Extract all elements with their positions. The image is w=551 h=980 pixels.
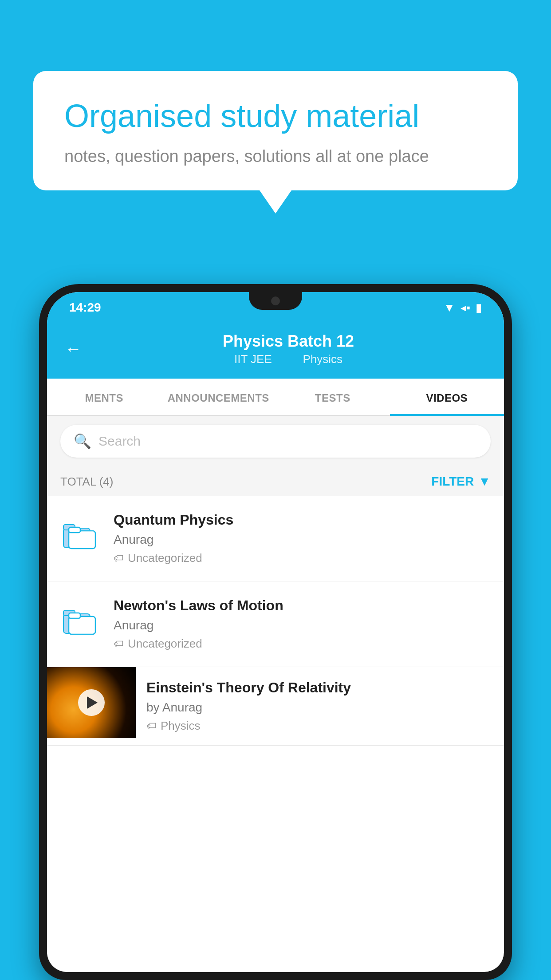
search-container: 🔍 Search	[47, 416, 504, 466]
nav-subtitle: IIT JEE Physics	[91, 352, 486, 366]
tag-label: Uncategorized	[128, 637, 202, 651]
signal-icon: ◂▪	[460, 301, 470, 315]
tag-icon: 🏷	[114, 553, 123, 564]
nav-subtitle-part1: IIT JEE	[234, 352, 272, 366]
nav-title: Physics Batch 12	[91, 332, 486, 351]
tag-icon: 🏷	[114, 638, 123, 650]
play-button[interactable]	[78, 689, 105, 716]
tab-announcements[interactable]: ANNOUNCEMENTS	[161, 379, 276, 415]
tab-tests[interactable]: TESTS	[276, 379, 390, 415]
video-author: Anurag	[114, 533, 491, 547]
status-icons: ▼ ◂▪ ▮	[444, 301, 482, 315]
video-tag: 🏷 Physics	[146, 719, 493, 733]
notch-camera	[271, 296, 280, 305]
filter-label: FILTER	[431, 474, 474, 489]
video-info: Einstein's Theory Of Relativity by Anura…	[136, 667, 504, 745]
video-author: Anurag	[114, 618, 491, 632]
bubble-title: Organised study material	[64, 98, 487, 134]
tag-icon: 🏷	[146, 720, 156, 732]
tag-label: Physics	[161, 719, 201, 733]
tab-videos[interactable]: VIDEOS	[390, 379, 504, 415]
tabs: MENTS ANNOUNCEMENTS TESTS VIDEOS	[47, 379, 504, 416]
nav-subtitle-part2: Physics	[303, 352, 342, 366]
svg-rect-6	[69, 616, 95, 634]
tag-label: Uncategorized	[128, 551, 202, 565]
phone-frame: 14:29 ▼ ◂▪ ▮ ← Physics Batch 12 IIT JEE …	[39, 284, 512, 980]
folder-icon	[60, 514, 100, 554]
svg-rect-3	[69, 527, 80, 533]
video-title: Quantum Physics	[114, 512, 491, 528]
video-title: Newton's Laws of Motion	[114, 597, 491, 614]
search-icon: 🔍	[74, 433, 91, 450]
content-area: Quantum Physics Anurag 🏷 Uncategorized	[47, 496, 504, 746]
svg-rect-7	[69, 613, 80, 618]
speech-bubble: Organised study material notes, question…	[33, 71, 518, 190]
battery-icon: ▮	[476, 301, 482, 315]
search-box[interactable]: 🔍 Search	[60, 425, 491, 458]
filter-button[interactable]: FILTER ▼	[431, 474, 491, 489]
wifi-icon: ▼	[444, 301, 455, 315]
notch	[249, 292, 302, 310]
video-thumbnail	[47, 667, 136, 738]
folder-icon	[60, 600, 100, 640]
status-time: 14:29	[69, 300, 101, 315]
tab-ments[interactable]: MENTS	[47, 379, 161, 415]
video-author: by Anurag	[146, 700, 493, 715]
video-tag: 🏷 Uncategorized	[114, 637, 491, 651]
video-info: Newton's Laws of Motion Anurag 🏷 Uncateg…	[114, 597, 491, 651]
phone-screen: 14:29 ▼ ◂▪ ▮ ← Physics Batch 12 IIT JEE …	[47, 292, 504, 972]
status-bar: 14:29 ▼ ◂▪ ▮	[47, 292, 504, 323]
top-nav: ← Physics Batch 12 IIT JEE Physics	[47, 323, 504, 379]
svg-rect-2	[69, 531, 95, 549]
back-button[interactable]: ←	[65, 340, 82, 359]
list-item[interactable]: Einstein's Theory Of Relativity by Anura…	[47, 667, 504, 746]
nav-title-area: Physics Batch 12 IIT JEE Physics	[91, 332, 486, 366]
video-title: Einstein's Theory Of Relativity	[146, 680, 493, 696]
video-info: Quantum Physics Anurag 🏷 Uncategorized	[114, 512, 491, 565]
filter-row: TOTAL (4) FILTER ▼	[47, 466, 504, 496]
list-item[interactable]: Newton's Laws of Motion Anurag 🏷 Uncateg…	[47, 581, 504, 667]
total-count: TOTAL (4)	[60, 475, 113, 489]
video-tag: 🏷 Uncategorized	[114, 551, 491, 565]
play-icon	[87, 696, 98, 709]
thumbnail-bg	[47, 667, 136, 738]
list-item[interactable]: Quantum Physics Anurag 🏷 Uncategorized	[47, 496, 504, 581]
bubble-subtitle: notes, question papers, solutions all at…	[64, 147, 487, 166]
filter-funnel-icon: ▼	[478, 474, 491, 489]
search-placeholder: Search	[98, 434, 141, 449]
nav-subtitle-sep	[286, 352, 292, 366]
